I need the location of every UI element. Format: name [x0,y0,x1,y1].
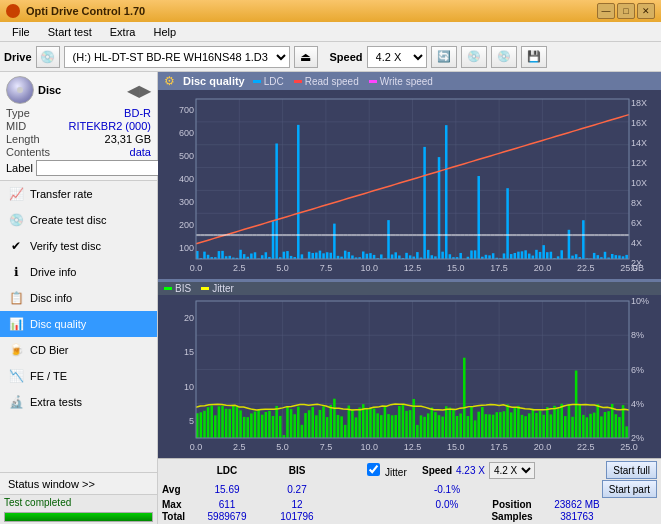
write-speed-legend-label: Write speed [380,76,433,87]
disc-image [6,76,34,104]
menu-start-test[interactable]: Start test [40,24,100,40]
label-input[interactable] [36,160,169,176]
bis-legend-dot [164,287,172,290]
sidebar-item-cd-bier[interactable]: 🍺 CD Bier [0,337,157,363]
status-area: Status window >> Test completed [0,472,157,524]
disc-button-1[interactable]: 💿 [461,46,487,68]
type-label: Type [6,107,30,119]
speed-select-stats[interactable]: 4.2 X [489,462,535,479]
contents-value: data [130,146,151,158]
jitter-legend-label: Jitter [212,283,234,294]
disc-nav-arrows[interactable]: ◀▶ [127,81,151,100]
disc-quality-title: Disc quality [183,75,245,87]
sidebar-item-fe-te[interactable]: 📉 FE / TE [0,363,157,389]
total-label: Total [162,511,192,522]
disc-info-icon: 📋 [8,290,24,306]
sidebar-item-extra-tests[interactable]: 🔬 Extra tests [0,389,157,415]
disc-section-label: Disc [38,84,61,96]
sidebar-item-create-test-disc[interactable]: 💿 Create test disc [0,207,157,233]
label-key: Label [6,162,33,174]
type-value: BD-R [124,107,151,119]
main-layout: Disc ◀▶ Type BD-R MID RITEKBR2 (000) Len… [0,72,661,524]
total-ldc: 5989679 [192,511,262,522]
stats-bar: LDC BIS Jitter Speed 4.23 X 4.2 X Start … [158,458,661,524]
menu-help[interactable]: Help [145,24,184,40]
title-bar: Opti Drive Control 1.70 — □ ✕ [0,0,661,22]
drive-label: Drive [4,51,32,63]
ldc-header: LDC [192,465,262,476]
total-bis: 101796 [262,511,332,522]
menu-bar: File Start test Extra Help [0,22,661,42]
avg-label: Avg [162,484,192,495]
position-value: 23862 MB [542,499,612,510]
jitter-header: Jitter [385,467,407,478]
canvas-bottom [158,295,661,458]
mid-value: RITEKBR2 (000) [68,120,151,132]
dq-legend: LDC Read speed Write speed [253,76,433,87]
read-speed-legend-label: Read speed [305,76,359,87]
sidebar-item-disc-info[interactable]: 📋 Disc info [0,285,157,311]
maximize-button[interactable]: □ [617,3,635,19]
nav-items: 📈 Transfer rate 💿 Create test disc ✔ Ver… [0,181,157,472]
write-speed-legend-dot [369,80,377,83]
fe-te-icon: 📉 [8,368,24,384]
charts-area: BIS Jitter [158,91,661,458]
mid-label: MID [6,120,26,132]
drive-select[interactable]: (H:) HL-DT-ST BD-RE WH16NS48 1.D3 [64,46,290,68]
max-label: Max [162,499,192,510]
drive-icon: 💿 [36,46,60,68]
sidebar-item-disc-quality[interactable]: 📊 Disc quality [0,311,157,337]
dq-header-icon: ⚙ [164,74,175,88]
bottom-chart-legend: BIS Jitter [158,282,661,295]
progress-bar-fill [5,513,152,521]
read-speed-legend-dot [294,80,302,83]
transfer-rate-icon: 📈 [8,186,24,202]
chart-bottom [158,295,661,458]
bis-legend-label: BIS [175,283,191,294]
max-jitter: 0.0% [412,499,482,510]
menu-file[interactable]: File [4,24,38,40]
ldc-legend-label: LDC [264,76,284,87]
verify-test-disc-icon: ✔ [8,238,24,254]
max-ldc: 611 [192,499,262,510]
jitter-checkbox[interactable] [367,463,380,476]
content-area: ⚙ Disc quality LDC Read speed Write spee… [158,72,661,524]
app-title: Opti Drive Control 1.70 [26,5,145,17]
jitter-check-area[interactable]: Jitter [352,463,422,478]
speed-label: Speed [330,51,363,63]
speed-value: 4.23 X [456,465,485,476]
start-part-button[interactable]: Start part [602,480,657,498]
chart-top [158,91,661,279]
app-icon [6,4,20,18]
disc-quality-header: ⚙ Disc quality LDC Read speed Write spee… [158,72,661,91]
avg-ldc: 15.69 [192,484,262,495]
disc-panel: Disc ◀▶ Type BD-R MID RITEKBR2 (000) Len… [0,72,157,181]
disc-button-2[interactable]: 💿 [491,46,517,68]
refresh-button[interactable]: 🔄 [431,46,457,68]
sidebar-item-drive-info[interactable]: ℹ Drive info [0,259,157,285]
contents-label: Contents [6,146,50,158]
menu-extra[interactable]: Extra [102,24,144,40]
save-button[interactable]: 💾 [521,46,547,68]
jitter-legend-dot [201,287,209,290]
sidebar-item-transfer-rate[interactable]: 📈 Transfer rate [0,181,157,207]
disc-quality-icon: 📊 [8,316,24,332]
extra-tests-icon: 🔬 [8,394,24,410]
status-message: Test completed [0,495,157,510]
status-window-button[interactable]: Status window >> [0,473,157,495]
avg-bis: 0.27 [262,484,332,495]
samples-label: Samples [482,511,542,522]
eject-button[interactable]: ⏏ [294,46,318,68]
start-full-button[interactable]: Start full [606,461,657,479]
avg-jitter: -0.1% [412,484,482,495]
close-button[interactable]: ✕ [637,3,655,19]
speed-select[interactable]: 4.2 X [367,46,427,68]
drive-info-icon: ℹ [8,264,24,280]
length-value: 23,31 GB [105,133,151,145]
max-bis: 12 [262,499,332,510]
sidebar-item-verify-test-disc[interactable]: ✔ Verify test disc [0,233,157,259]
ldc-legend-dot [253,80,261,83]
minimize-button[interactable]: — [597,3,615,19]
create-test-disc-icon: 💿 [8,212,24,228]
speed-header: Speed [422,465,452,476]
